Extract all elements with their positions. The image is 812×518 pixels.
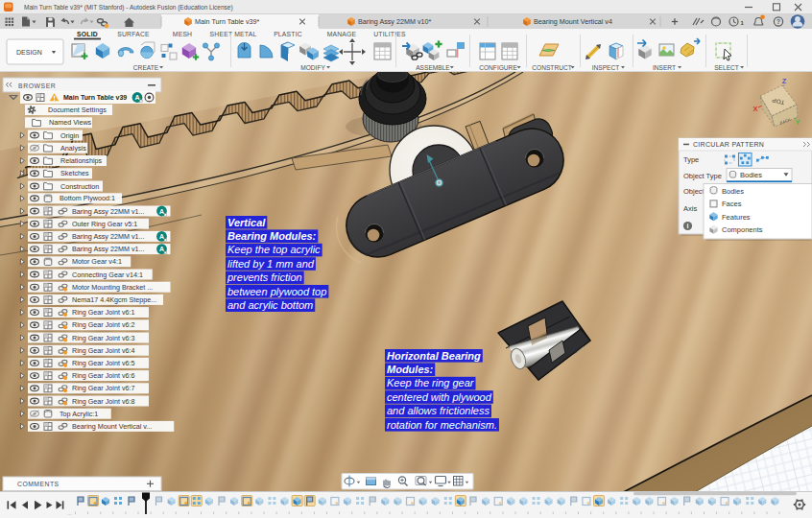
svg-text:Keep the ring gear: Keep the ring gear: [387, 377, 475, 388]
svg-text:SOLID: SOLID: [77, 31, 98, 37]
svg-text:Y: Y: [795, 118, 800, 127]
svg-text:and allows frictionless: and allows frictionless: [387, 405, 490, 416]
svg-text:and acrylic bottom: and acrylic bottom: [227, 299, 313, 311]
svg-text:Bearing Modules:: Bearing Modules:: [227, 230, 317, 242]
svg-text:Bodies: Bodies: [722, 187, 744, 196]
svg-text:Horizontal Bearing: Horizontal Bearing: [387, 350, 481, 362]
svg-text:between plywood top: between plywood top: [227, 286, 326, 297]
svg-text:CIRCULAR PATTERN: CIRCULAR PATTERN: [693, 141, 764, 148]
svg-text:Baring Assy 22MM v10*: Baring Assy 22MM v10*: [358, 17, 432, 26]
svg-text:SURFACE: SURFACE: [117, 31, 150, 37]
svg-text:SELECT: SELECT: [714, 64, 739, 71]
svg-text:Ring Gear Joint v6:3: Ring Gear Joint v6:3: [72, 334, 135, 342]
svg-text:Keep the top acrylic: Keep the top acrylic: [227, 244, 321, 255]
svg-text:Modules:: Modules:: [387, 364, 434, 375]
svg-text:MANAGE: MANAGE: [327, 31, 357, 37]
svg-text:Baring Assy 22MM v1...: Baring Assy 22MM v1...: [72, 245, 145, 253]
svg-text:INSERT: INSERT: [653, 64, 676, 71]
svg-text:Ring Gear Joint v6:8: Ring Gear Joint v6:8: [72, 397, 135, 406]
svg-text:UTILITIES: UTILITIES: [373, 31, 406, 37]
svg-text:Axis: Axis: [683, 204, 697, 213]
svg-text:A: A: [134, 94, 139, 101]
svg-text:lifted by 1 mm and: lifted by 1 mm and: [227, 258, 315, 270]
svg-text:Main Turn Table v39: Main Turn Table v39: [63, 94, 127, 101]
svg-text:centered with plywood: centered with plywood: [387, 391, 492, 403]
svg-text:MESH: MESH: [173, 31, 192, 37]
svg-text:SHEET METAL: SHEET METAL: [210, 31, 257, 37]
svg-text:Ring Gear Joint v6:2: Ring Gear Joint v6:2: [72, 320, 135, 329]
svg-text:X: X: [752, 105, 757, 113]
svg-text:CONSTRUCT: CONSTRUCT: [532, 64, 571, 71]
svg-text:Relationships: Relationships: [60, 156, 103, 165]
svg-text:Baring Assy 22MM v1...: Baring Assy 22MM v1...: [72, 207, 145, 216]
svg-text:Features: Features: [722, 213, 751, 222]
svg-text:Connecting Gear v14:1: Connecting Gear v14:1: [72, 271, 143, 279]
svg-text:Motor Mounting Bracket ...: Motor Mounting Bracket ...: [72, 283, 153, 292]
svg-text:Vertical: Vertical: [227, 217, 266, 228]
svg-text:CREATE: CREATE: [133, 64, 159, 71]
svg-text:Ring Gear Joint v6:6: Ring Gear Joint v6:6: [72, 371, 135, 380]
svg-text:Main Turn Table v39* (MIT Stan: Main Turn Table v39* (MIT Stanford) - Au…: [24, 4, 233, 12]
svg-text:Ring Gear Joint v6:5: Ring Gear Joint v6:5: [72, 359, 135, 367]
svg-text:...: ...: [67, 510, 72, 516]
svg-text:DESIGN: DESIGN: [16, 49, 42, 56]
svg-text:Ring Gear Joint v6:7: Ring Gear Joint v6:7: [72, 384, 135, 392]
svg-text:CONFIGURE: CONFIGURE: [479, 64, 517, 71]
svg-text:Bearing Mount Vertical v...: Bearing Mount Vertical v...: [72, 422, 152, 431]
svg-text:Components: Components: [722, 225, 763, 234]
svg-text:Ring Gear Joint v6:4: Ring Gear Joint v6:4: [72, 346, 135, 355]
svg-text:MODIFY: MODIFY: [300, 64, 325, 71]
svg-text:Z: Z: [782, 77, 787, 85]
svg-text:i: i: [687, 223, 689, 229]
svg-text:Nema17 4.4Kgcm Steppe...: Nema17 4.4Kgcm Steppe...: [72, 295, 156, 304]
svg-text:COMMENTS: COMMENTS: [17, 481, 60, 487]
svg-text:Analysis: Analysis: [60, 144, 86, 153]
svg-text:Top Acrylic:1: Top Acrylic:1: [60, 410, 98, 418]
svg-text:ASSEMBLE: ASSEMBLE: [416, 64, 450, 71]
svg-text:Type: Type: [683, 155, 699, 164]
svg-text:prevents friction: prevents friction: [227, 271, 302, 283]
svg-text:Sketches: Sketches: [60, 169, 89, 177]
svg-text:Construction: Construction: [60, 182, 99, 191]
svg-text:Main Turn Table v39*: Main Turn Table v39*: [195, 17, 260, 26]
svg-text:rotation for mechanism.: rotation for mechanism.: [387, 419, 497, 431]
svg-text:Motor Gear v4:1: Motor Gear v4:1: [72, 257, 122, 266]
svg-text:BROWSER: BROWSER: [18, 82, 56, 89]
svg-text:Bottom Plywood:1: Bottom Plywood:1: [60, 194, 115, 202]
svg-text:Object Type: Object Type: [683, 172, 722, 180]
svg-text:A: A: [159, 233, 164, 240]
svg-text:PLASTIC: PLASTIC: [274, 31, 302, 37]
svg-text:?: ?: [776, 18, 780, 25]
svg-text:Named Views: Named Views: [49, 118, 92, 127]
svg-text:Document Settings: Document Settings: [48, 106, 107, 114]
svg-text:Bearing Mount Vertical v4: Bearing Mount Vertical v4: [534, 17, 612, 26]
svg-text:Baring Assy 22MM v1...: Baring Assy 22MM v1...: [72, 232, 145, 241]
svg-text:INSPECT: INSPECT: [592, 64, 620, 71]
svg-text:Origin: Origin: [60, 131, 79, 140]
svg-text:Ring Gear Joint v6:1: Ring Gear Joint v6:1: [72, 308, 135, 317]
svg-text:Bodies: Bodies: [740, 171, 762, 179]
svg-text:Outer Ring Gear v5:1: Outer Ring Gear v5:1: [72, 220, 137, 228]
svg-text:A: A: [159, 208, 164, 215]
svg-text:Faces: Faces: [722, 200, 742, 208]
svg-text:A: A: [159, 246, 164, 252]
svg-text:Object: Object: [683, 187, 705, 196]
